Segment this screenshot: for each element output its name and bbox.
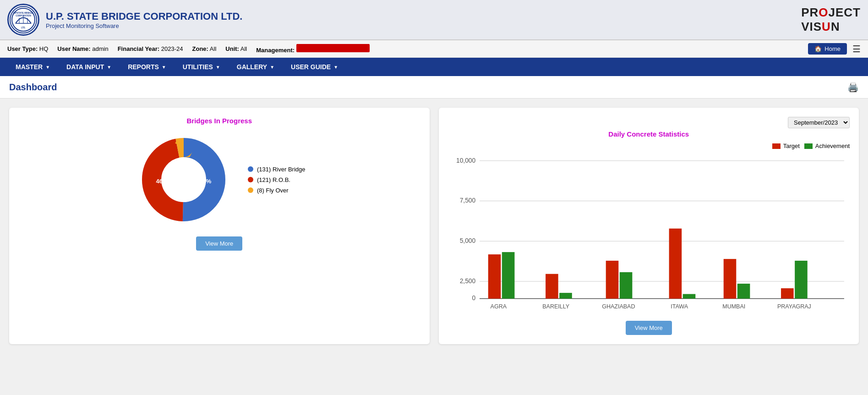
bar-agra-achievement (502, 252, 514, 299)
nav-gallery[interactable]: GALLERY ▼ (229, 58, 283, 76)
bar-prayagraj-achievement (795, 261, 808, 299)
legend-rob: (121) R.O.B. (248, 176, 306, 183)
svg-text:7,500: 7,500 (459, 197, 475, 204)
org-info: U.P. STATE BRIDGE CORPORATION LTD. Proje… (46, 11, 242, 29)
legend-flyover: (8) Fly Over (248, 187, 306, 194)
bridges-chart-title: Bridges In Progress (18, 117, 420, 125)
hamburger-menu[interactable]: ☰ (852, 44, 861, 55)
gallery-arrow-icon: ▼ (270, 65, 274, 70)
nav-reports[interactable]: REPORTS ▼ (120, 58, 175, 76)
svg-text:AGRA: AGRA (490, 303, 507, 310)
data-input-arrow-icon: ▼ (107, 65, 111, 70)
concrete-view-more-button[interactable]: View More (626, 321, 672, 335)
rob-dot (248, 177, 253, 182)
river-bridge-dot (248, 166, 253, 172)
svg-text:GHAZIABAD: GHAZIABAD (602, 303, 635, 310)
nav-data-input[interactable]: DATA INPUT ▼ (58, 58, 120, 76)
project-vision-logo: PROJECTVISUN (801, 5, 861, 34)
svg-text:50.4%: 50.4% (195, 178, 212, 185)
user-guide-arrow-icon: ▼ (333, 65, 338, 70)
logo-circle: UPSTATE BRIDGE CORPORATION LTD. (7, 4, 39, 36)
concrete-chart-title: Daily Concrete Statistics (448, 130, 850, 138)
bar-ghaziabad-achievement (619, 272, 632, 299)
target-legend: Target (772, 143, 800, 149)
management-info: Management: (256, 44, 369, 54)
utilities-arrow-icon: ▼ (216, 65, 220, 70)
bar-chart-top: September/2023 August/2023 July/2023 (448, 117, 850, 128)
bar-prayagraj-target (781, 288, 794, 299)
svg-text:ITAWA: ITAWA (671, 303, 688, 310)
header: UPSTATE BRIDGE CORPORATION LTD. U.P. STA… (0, 0, 868, 40)
zone-info: Zone: All (192, 45, 217, 52)
bar-bareilly-target (546, 274, 558, 299)
info-bar: User Type: HQ User Name: admin Financial… (0, 40, 868, 58)
header-left: UPSTATE BRIDGE CORPORATION LTD. U.P. STA… (7, 4, 242, 36)
flyover-dot (248, 187, 253, 193)
bar-legend: Target Achievement (448, 143, 850, 149)
bar-itawa-target (669, 229, 682, 299)
user-type-info: User Type: HQ (7, 45, 48, 52)
achievement-legend: Achievement (804, 143, 850, 149)
donut-legend: (131) River Bridge (121) R.O.B. (8) Fly … (248, 166, 306, 194)
nav-user-guide[interactable]: USER GUIDE ▼ (283, 58, 346, 76)
svg-text:MUMBAI: MUMBAI (722, 303, 745, 310)
svg-text:5,000: 5,000 (459, 237, 475, 244)
svg-text:10,000: 10,000 (456, 157, 475, 164)
svg-text:PRAYAGRAJ: PRAYAGRAJ (777, 303, 811, 310)
concrete-stats-card: September/2023 August/2023 July/2023 Dai… (439, 108, 859, 344)
home-icon: 🏠 (814, 45, 822, 52)
bar-chart-svg-wrap: 10,000 7,500 5,000 2,500 0 AGRA (448, 152, 850, 314)
bar-agra-target (488, 254, 501, 299)
legend-river-bridge: (131) River Bridge (248, 166, 306, 173)
org-subtitle: Project Monitoring Software (46, 22, 242, 29)
donut-chart: 46.5% 50.4% (133, 129, 234, 230)
bar-mumbai-achievement (737, 284, 750, 299)
bridges-in-progress-card: Bridges In Progress 46.5% (9, 108, 430, 344)
svg-text:2,500: 2,500 (459, 278, 475, 285)
donut-container: 46.5% 50.4% (131) River Bridge (121) R.O… (18, 129, 420, 230)
svg-text:LTD.: LTD. (21, 27, 26, 29)
master-arrow-icon: ▼ (45, 65, 50, 70)
bar-ghaziabad-target (606, 261, 618, 299)
svg-text:UPSTATE BRIDGE: UPSTATE BRIDGE (13, 11, 33, 14)
org-title: U.P. STATE BRIDGE CORPORATION LTD. (46, 11, 242, 22)
nav-bar: MASTER ▼ DATA INPUT ▼ REPORTS ▼ UTILITIE… (0, 58, 868, 76)
svg-text:BAREILLY: BAREILLY (542, 303, 570, 310)
unit-info: Unit: All (225, 45, 247, 52)
info-bar-left: User Type: HQ User Name: admin Financial… (7, 44, 370, 54)
home-button[interactable]: 🏠 Home (808, 43, 847, 55)
print-icon[interactable]: 🖨️ (847, 82, 859, 93)
bar-chart-svg: 10,000 7,500 5,000 2,500 0 AGRA (448, 152, 850, 313)
nav-master[interactable]: MASTER ▼ (7, 58, 58, 76)
svg-text:0: 0 (472, 295, 475, 302)
bridges-view-more-button[interactable]: View More (196, 236, 242, 251)
target-color (772, 143, 781, 149)
financial-year-info: Financial Year: 2023-24 (118, 45, 183, 52)
achievement-color (804, 143, 813, 149)
bar-itawa-achievement (682, 294, 695, 299)
dashboard-header: Dashboard 🖨️ (0, 76, 868, 99)
bar-bareilly-achievement (559, 293, 572, 299)
main-content: Bridges In Progress 46.5% (0, 99, 868, 353)
reports-arrow-icon: ▼ (162, 65, 166, 70)
header-right: PROJECTVISUN (801, 5, 861, 34)
user-name-info: User Name: admin (57, 45, 108, 52)
month-select[interactable]: September/2023 August/2023 July/2023 (788, 117, 850, 128)
bar-mumbai-target (723, 259, 736, 298)
logo-inner: UPSTATE BRIDGE CORPORATION LTD. (10, 6, 37, 33)
redacted-management (296, 44, 370, 52)
nav-utilities[interactable]: UTILITIES ▼ (175, 58, 229, 76)
info-bar-right: 🏠 Home ☰ (808, 43, 861, 55)
svg-text:46.5%: 46.5% (156, 178, 173, 185)
dashboard-title: Dashboard (9, 82, 57, 93)
